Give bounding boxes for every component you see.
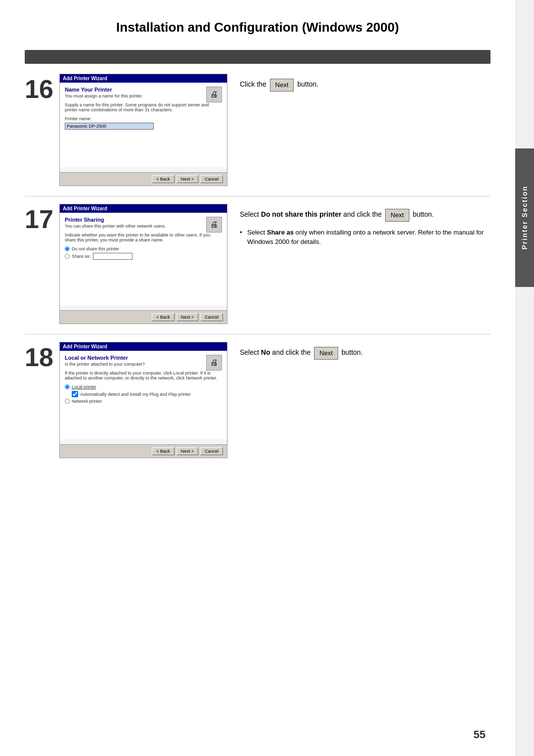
printer-section-label: Printer Section — [521, 186, 529, 250]
section-header-bar — [25, 50, 490, 64]
step-16-next-btn[interactable]: Next > — [177, 175, 198, 183]
step-16-body: 🖨 Name Your Printer You must assign a na… — [60, 83, 227, 167]
step-18-wizard: Add Printer Wizard 🖨 Local or Network Pr… — [59, 342, 227, 458]
step-16-content: Supply a name for this printer. Some pro… — [65, 102, 222, 112]
page-container: Printer Section Installation and Configu… — [0, 0, 534, 756]
step-17-body: 🖨 Printer Sharing You can share this pri… — [60, 213, 227, 305]
step-18-number: 18 — [25, 342, 59, 370]
step-17-number: 17 — [25, 204, 59, 232]
step-17-instruction: Select Do not share this printer and cli… — [240, 209, 490, 222]
step-17-titlebar: Add Printer Wizard — [60, 204, 227, 213]
step-18-instr-text: Select No and click the — [240, 348, 311, 356]
page-title: Installation and Configuration (Windows … — [25, 20, 490, 35]
main-content: Installation and Configuration (Windows … — [0, 0, 515, 756]
step-16-back-btn[interactable]: < Back — [152, 175, 175, 183]
step-17-container: 17 Add Printer Wizard 🖨 Printer Sharing … — [25, 204, 490, 324]
step-17-bullet-1: Select Share as only when installing ont… — [240, 228, 490, 247]
step-16-wizard: Add Printer Wizard 🖨 Name Your Printer Y… — [59, 74, 227, 186]
step-16-label: Printer name: — [65, 116, 222, 121]
step-18-radio-1-label: Local printer — [72, 384, 96, 389]
step-17-description: Select Do not share this printer and cli… — [227, 204, 490, 247]
step-16-number: 16 — [25, 74, 59, 102]
step-17-radio-2-label: Share as: — [72, 254, 91, 259]
divider-17-18 — [25, 334, 490, 334]
step-17-next-inline: Next — [385, 209, 409, 222]
step-17-wizard: Add Printer Wizard 🖨 Printer Sharing You… — [59, 204, 227, 324]
step-18-checkbox: Automatically detect and install my Plug… — [72, 391, 222, 397]
step-16-instruction: Click the Next button. — [240, 79, 490, 92]
step-18-radio-2-label: Network printer — [72, 399, 102, 404]
step-17-radio-2: Share as: — [65, 253, 222, 260]
step-16-subtitle: You must assign a name for this printer. — [65, 94, 222, 98]
step-18-container: 18 Add Printer Wizard 🖨 Local or Network… — [25, 342, 490, 458]
step-18-radio-group: Local printer Automatically detect and i… — [65, 384, 222, 404]
step-17-content: Indicate whether you want this printer t… — [65, 233, 222, 242]
step-17-back-btn[interactable]: < Back — [152, 313, 175, 321]
step-18-cancel-btn[interactable]: Cancel — [200, 447, 223, 455]
step-18-titlebar: Add Printer Wizard — [60, 342, 227, 351]
step-16-description: Click the Next button. — [227, 74, 490, 97]
step-17-icon: 🖨 — [206, 217, 222, 233]
step-16-container: 16 Add Printer Wizard 🖨 Name Your Printe… — [25, 74, 490, 186]
step-18-next-btn[interactable]: Next > — [177, 447, 198, 455]
step-17-radio-1: Do not share this printer — [65, 246, 222, 251]
step-17-next-btn[interactable]: Next > — [177, 313, 198, 321]
step-18-instruction: Select No and click the Next button. — [240, 347, 490, 360]
page-number: 55 — [474, 728, 486, 741]
printer-section-tab: Printer Section — [515, 148, 534, 287]
step-16-cancel-btn[interactable]: Cancel — [200, 175, 223, 183]
step-16-titlebar: Add Printer Wizard — [60, 74, 227, 83]
step-16-input[interactable]: Panasonic DP-2500 — [65, 123, 154, 130]
step-18-back-btn[interactable]: < Back — [152, 447, 175, 455]
step-16-next-inline: Next — [270, 79, 294, 92]
step-18-footer: < Back Next > Cancel — [60, 444, 227, 458]
step-17-radio-1-label: Do not share this printer — [72, 246, 119, 251]
step-18-content: If the printer is directly attached to y… — [65, 371, 222, 380]
step-16-icon: 🖨 — [206, 87, 222, 102]
divider-16-17 — [25, 196, 490, 196]
step-17-footer: < Back Next > Cancel — [60, 310, 227, 324]
step-18-subtitle: Is the printer attached to your computer… — [65, 362, 222, 367]
step-18-section-title: Local or Network Printer — [65, 355, 222, 361]
step-17-radio-group: Do not share this printer Share as: — [65, 246, 222, 260]
step-18-icon: 🖨 — [206, 355, 222, 371]
step-17-cancel-btn[interactable]: Cancel — [200, 313, 223, 321]
step-16-section-title: Name Your Printer — [65, 87, 222, 93]
step-18-body: 🖨 Local or Network Printer Is the printe… — [60, 351, 227, 439]
step-18-description: Select No and click the Next button. — [227, 342, 490, 366]
step-17-subtitle: You can share this printer with other ne… — [65, 224, 222, 229]
step-17-section-title: Printer Sharing — [65, 217, 222, 223]
step-18-radio-1: Local printer — [65, 384, 222, 389]
step-17-instr-text: Select Do not share this printer and cli… — [240, 210, 382, 218]
step-18-checkbox-label: Automatically detect and install my Plug… — [80, 392, 191, 397]
step-18-radio-2: Network printer — [65, 399, 222, 404]
step-16-footer: < Back Next > Cancel — [60, 172, 227, 186]
step-18-next-inline: Next — [314, 347, 338, 360]
